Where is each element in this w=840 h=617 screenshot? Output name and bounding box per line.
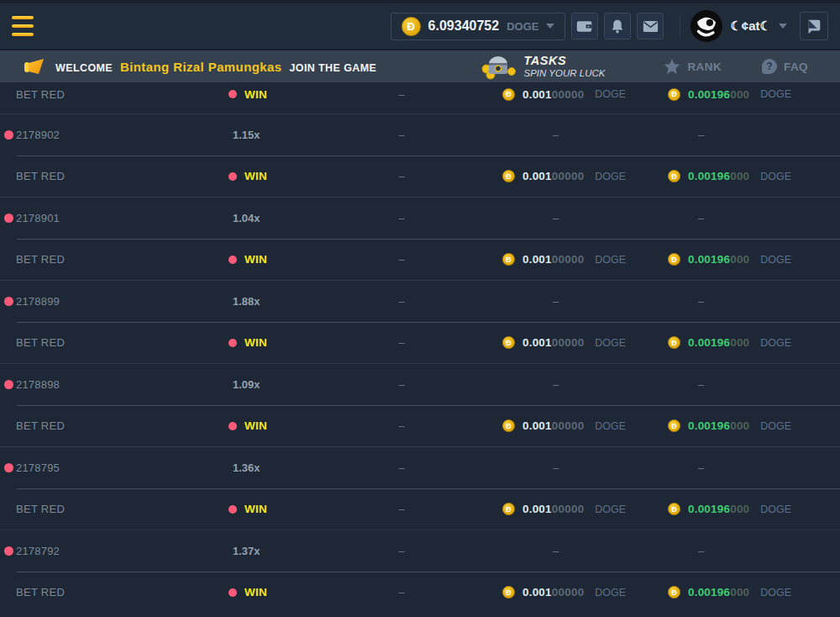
rank-link[interactable]: RANK [664, 59, 722, 75]
currency-label: DOGE [760, 587, 791, 599]
red-dot-icon [4, 380, 13, 389]
bet-row[interactable]: BET RED WIN – Ð0.00100000DOGE Ð0.0019600… [0, 156, 840, 198]
doge-coin-icon: Ð [502, 503, 515, 515]
empty-value: – [398, 461, 404, 474]
bet-amount: 0.00100000 [522, 336, 584, 349]
outcome-label: WIN [244, 88, 267, 101]
doge-coin-icon: Ð [668, 88, 680, 101]
empty-value: – [553, 461, 559, 474]
welcome-message: WELCOME Bintang Rizal Pamungkas JOIN THE… [55, 60, 376, 74]
round-row[interactable]: 2178795 1.36x – – – [0, 447, 840, 488]
currency-label: DOGE [760, 171, 791, 182]
bet-type-label: BET RED [16, 503, 65, 515]
doge-coin-icon: Ð [402, 17, 421, 36]
round-row[interactable]: 2178899 1.88x – – – [0, 281, 840, 322]
outcome-label: WIN [244, 419, 267, 432]
currency-label: DOGE [760, 420, 791, 432]
wallet-button[interactable] [571, 13, 598, 40]
bet-type-label: BET RED [16, 253, 65, 266]
empty-value: – [398, 336, 404, 349]
chat-icon [805, 17, 823, 35]
faq-label: FAQ [784, 61, 808, 73]
outcome-label: WIN [244, 253, 267, 266]
doge-coin-icon: Ð [668, 503, 680, 515]
empty-value: – [398, 253, 404, 266]
red-dot-icon [228, 90, 237, 98]
outcome-label: WIN [244, 170, 267, 182]
currency-label: DOGE [595, 587, 626, 599]
empty-value: – [398, 170, 404, 182]
red-dot-icon [228, 339, 237, 347]
round-id: 2178901 [16, 212, 60, 224]
round-id: 2178795 [16, 461, 60, 474]
top-bar: Ð 6.09340752 DOGE ☾¢at☾ [0, 0, 840, 50]
empty-value: – [398, 378, 404, 391]
bet-history-table: BET RED WIN – Ð0.00100000DOGE Ð0.0019600… [0, 82, 840, 612]
multiplier: 1.88x [233, 295, 260, 308]
round-row[interactable]: 2178902 1.15x – – – [0, 114, 840, 156]
bet-row[interactable]: BET RED WIN – Ð0.00100000DOGE Ð0.0019600… [0, 82, 840, 113]
bet-row[interactable]: BET RED WIN – Ð0.00100000DOGE Ð0.0019600… [0, 489, 840, 530]
multiplier: 1.04x [233, 212, 260, 224]
notifications-button[interactable] [604, 13, 631, 40]
messages-button[interactable] [637, 13, 664, 40]
doge-coin-icon: Ð [668, 170, 680, 182]
treasure-chest-icon [480, 53, 516, 80]
red-dot-icon [4, 214, 13, 223]
doge-coin-icon: Ð [668, 586, 680, 599]
currency-label: DOGE [595, 254, 626, 266]
red-dot-icon [4, 463, 13, 472]
outcome-label: WIN [244, 503, 267, 515]
red-dot-icon [228, 256, 237, 264]
balance-amount: 6.09340752 [428, 18, 500, 34]
bet-amount: 0.00100000 [522, 586, 584, 599]
multiplier: 1.09x [233, 378, 260, 391]
bet-row[interactable]: BET RED WIN – Ð0.00100000DOGE Ð0.0019600… [0, 406, 840, 447]
red-dot-icon [4, 130, 13, 140]
bet-row[interactable]: BET RED WIN – Ð0.00100000DOGE Ð0.0019600… [0, 323, 840, 364]
red-dot-icon [228, 422, 237, 430]
round-row[interactable]: 2178792 1.37x – – – [0, 530, 840, 572]
doge-coin-icon: Ð [502, 336, 515, 349]
tasks-widget[interactable]: TASKS SPIN YOUR LUCK [480, 53, 606, 80]
doge-coin-icon: Ð [668, 336, 680, 349]
username-label: ☾¢at☾ [730, 18, 771, 34]
megaphone-icon [24, 56, 45, 76]
bet-amount: 0.00100000 [522, 88, 584, 101]
balance-currency: DOGE [507, 20, 538, 33]
bet-amount: 0.00100000 [522, 503, 584, 515]
topbar-divider [680, 15, 680, 37]
empty-value: – [398, 503, 404, 515]
bell-icon [610, 18, 625, 34]
bet-amount: 0.00100000 [522, 419, 584, 432]
bet-type-label: BET RED [16, 586, 65, 599]
empty-value: – [698, 212, 704, 224]
bet-type-label: BET RED [16, 419, 65, 432]
empty-value: – [698, 461, 704, 474]
bet-type-label: BET RED [16, 170, 65, 182]
empty-value: – [398, 586, 404, 599]
mail-icon [643, 20, 659, 33]
empty-value: – [398, 129, 404, 141]
multiplier: 1.15x [233, 129, 260, 141]
faq-link[interactable]: ? FAQ [762, 59, 808, 74]
bet-amount: 0.00100000 [522, 253, 584, 266]
welcome-player-name: Bintang Rizal Pamungkas [116, 60, 286, 74]
empty-value: – [553, 378, 559, 391]
empty-value: – [698, 378, 704, 391]
chat-button[interactable] [800, 12, 828, 40]
empty-value: – [698, 545, 704, 557]
empty-value: – [698, 129, 704, 141]
red-dot-icon [4, 546, 13, 556]
user-menu[interactable]: ☾¢at☾ [690, 10, 787, 42]
bet-row[interactable]: BET RED WIN – Ð0.00100000DOGE Ð0.0019600… [0, 240, 840, 281]
balance-selector[interactable]: Ð 6.09340752 DOGE [391, 13, 566, 40]
bet-row[interactable]: BET RED WIN – Ð0.00100000DOGE Ð0.0019600… [0, 572, 840, 613]
tasks-title: TASKS [524, 54, 606, 68]
round-row[interactable]: 2178901 1.04x – – – [0, 198, 840, 239]
round-row[interactable]: 2178898 1.09x – – – [0, 364, 840, 405]
empty-value: – [553, 295, 559, 308]
empty-value: – [398, 212, 404, 224]
doge-coin-icon: Ð [668, 419, 680, 432]
hamburger-menu-icon[interactable] [10, 13, 35, 39]
